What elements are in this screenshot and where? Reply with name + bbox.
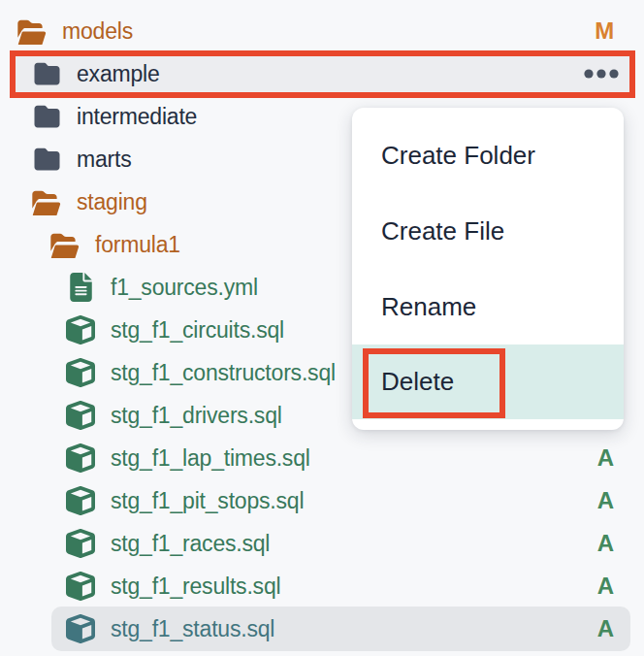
tree-item-label: models xyxy=(62,18,133,45)
tree-item-models[interactable]: models M xyxy=(0,10,644,52)
tree-item-example[interactable]: example xyxy=(0,52,644,95)
folder-closed-icon xyxy=(31,61,62,86)
folder-closed-icon xyxy=(31,104,62,129)
tree-item-label: f1_sources.yml xyxy=(111,275,258,301)
tree-item-label: stg_f1_results.sql xyxy=(111,574,280,600)
git-status-badge: A xyxy=(597,530,614,557)
tree-item-label: stg_f1_races.sql xyxy=(111,531,270,557)
tree-item-label: stg_f1_pit_stops.sql xyxy=(111,488,304,514)
folder-open-icon xyxy=(49,232,80,258)
tree-item-label: stg_f1_status.sql xyxy=(111,616,274,642)
ellipsis-menu-icon[interactable] xyxy=(584,69,619,79)
model-cube-icon xyxy=(65,529,96,558)
yaml-file-icon xyxy=(65,273,96,302)
model-cube-icon xyxy=(65,358,96,387)
tree-item-stg-f1-status-sql[interactable]: stg_f1_status.sql A xyxy=(0,607,644,650)
tree-item-label: staging xyxy=(77,189,147,215)
model-cube-icon xyxy=(65,486,96,515)
model-cube-icon xyxy=(65,614,96,643)
menu-item-rename[interactable]: Rename xyxy=(352,269,624,344)
context-menu: Create Folder Create File Rename Delete xyxy=(352,108,624,430)
tree-item-stg-f1-results-sql[interactable]: stg_f1_results.sql A xyxy=(0,565,644,607)
model-cube-icon xyxy=(65,572,96,601)
tree-item-label: stg_f1_constructors.sql xyxy=(111,360,336,386)
menu-item-create-file[interactable]: Create File xyxy=(352,193,624,269)
model-cube-icon xyxy=(65,315,96,344)
tree-item-label: stg_f1_lap_times.sql xyxy=(111,445,310,472)
tree-item-stg-f1-races-sql[interactable]: stg_f1_races.sql A xyxy=(0,522,644,565)
tree-item-label: example xyxy=(77,61,160,87)
folder-closed-icon xyxy=(31,147,62,172)
git-status-badge: M xyxy=(595,17,614,45)
tree-item-label: marts xyxy=(77,147,132,173)
tree-item-label: intermediate xyxy=(77,104,197,130)
menu-item-create-folder[interactable]: Create Folder xyxy=(352,117,624,193)
git-status-badge: A xyxy=(597,487,614,514)
menu-item-delete[interactable]: Delete xyxy=(352,344,624,419)
folder-open-icon xyxy=(16,18,48,45)
git-status-badge: A xyxy=(597,573,614,600)
model-cube-icon xyxy=(65,443,96,473)
tree-item-label: formula1 xyxy=(95,232,180,258)
model-cube-icon xyxy=(65,401,96,430)
git-status-badge: A xyxy=(597,444,614,472)
tree-item-stg-f1-pit-stops-sql[interactable]: stg_f1_pit_stops.sql A xyxy=(0,479,644,522)
tree-item-label: stg_f1_drivers.sql xyxy=(111,403,282,429)
tree-item-stg-f1-lap-times-sql[interactable]: stg_f1_lap_times.sql A xyxy=(0,437,644,479)
git-status-badge: A xyxy=(597,615,614,642)
tree-item-label: stg_f1_circuits.sql xyxy=(111,317,284,344)
folder-open-icon xyxy=(31,189,62,215)
